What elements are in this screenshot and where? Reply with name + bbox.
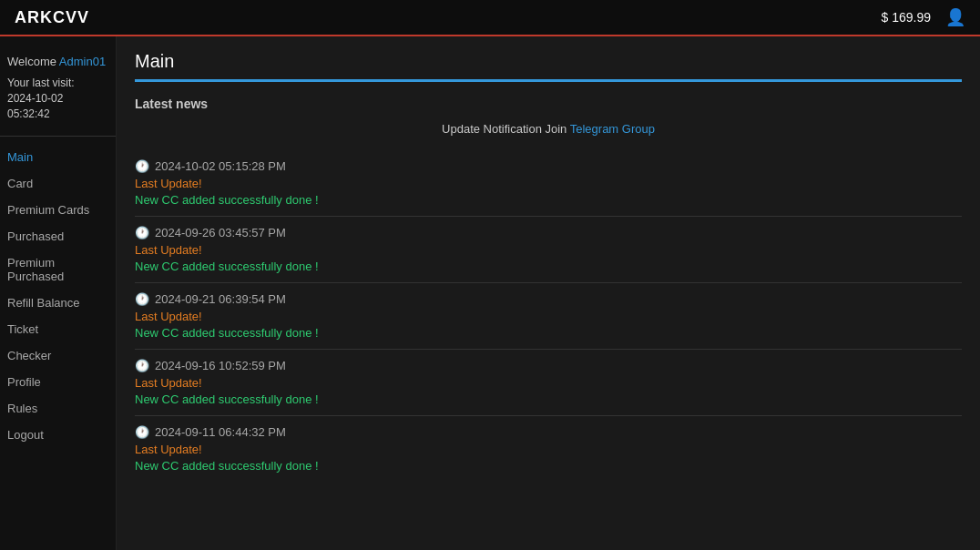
news-item: 🕐2024-09-16 10:52:59 PMLast Update!New C…	[135, 350, 962, 416]
news-update-body: New CC added successfully done !	[135, 392, 962, 406]
sidebar-item-ticket[interactable]: Ticket	[0, 316, 116, 342]
timestamp-text: 2024-09-16 10:52:59 PM	[155, 359, 286, 372]
notification-text: Update Notification Join	[442, 122, 570, 136]
timestamp-text: 2024-10-02 05:15:28 PM	[155, 159, 286, 173]
top-navigation: ARKCVV $ 169.99 👤	[0, 0, 980, 36]
news-item: 🕐2024-09-21 06:39:54 PMLast Update!New C…	[135, 283, 962, 350]
welcome-label: Welcome	[7, 55, 56, 68]
news-update-body: New CC added successfully done !	[135, 326, 962, 340]
clock-icon: 🕐	[135, 159, 149, 173]
latest-news-label: Latest news	[135, 97, 962, 111]
news-timestamp: 🕐2024-09-26 03:45:57 PM	[135, 226, 962, 239]
clock-icon: 🕐	[135, 292, 149, 306]
clock-icon: 🕐	[135, 425, 149, 439]
sidebar-item-checker[interactable]: Checker	[0, 342, 116, 369]
clock-icon: 🕐	[135, 359, 149, 372]
news-item: 🕐2024-10-02 05:15:28 PMLast Update!New C…	[135, 150, 962, 217]
timestamp-text: 2024-09-11 06:44:32 PM	[155, 425, 286, 439]
news-update-body: New CC added successfully done !	[135, 193, 962, 207]
balance-display: $ 169.99	[882, 10, 932, 25]
last-visit-date: 2024-10-02 05:32:42	[7, 91, 108, 122]
sidebar-divider	[0, 136, 116, 137]
site-logo: ARKCVV	[15, 8, 89, 27]
notification-bar: Update Notification Join Telegram Group	[135, 122, 962, 136]
sidebar: Welcome Admin01 Your last visit: 2024-10…	[0, 36, 117, 550]
news-update-label: Last Update!	[135, 310, 962, 323]
news-update-label: Last Update!	[135, 376, 962, 390]
main-content: Main Latest news Update Notification Joi…	[117, 36, 980, 550]
sidebar-item-card[interactable]: Card	[0, 170, 116, 197]
sidebar-nav: MainCardPremium CardsPurchasedPremium Pu…	[0, 144, 116, 448]
sidebar-item-premium-purchased[interactable]: Premium Purchased	[0, 250, 116, 290]
sidebar-username: Admin01	[59, 55, 106, 68]
user-icon[interactable]: 👤	[945, 7, 965, 27]
news-item: 🕐2024-09-11 06:44:32 PMLast Update!New C…	[135, 416, 962, 482]
sidebar-item-profile[interactable]: Profile	[0, 369, 116, 395]
sidebar-item-main[interactable]: Main	[0, 144, 116, 170]
news-timestamp: 🕐2024-09-11 06:44:32 PM	[135, 425, 962, 439]
sidebar-item-logout[interactable]: Logout	[0, 422, 116, 448]
news-timestamp: 🕐2024-09-21 06:39:54 PM	[135, 292, 962, 306]
clock-icon: 🕐	[135, 226, 149, 239]
sidebar-last-visit: Your last visit: 2024-10-02 05:32:42	[0, 72, 116, 132]
topnav-right-section: $ 169.99 👤	[882, 7, 966, 27]
sidebar-welcome: Welcome Admin01	[0, 47, 116, 72]
title-underline	[135, 79, 962, 82]
news-update-label: Last Update!	[135, 443, 962, 456]
news-update-body: New CC added successfully done !	[135, 260, 962, 273]
timestamp-text: 2024-09-26 03:45:57 PM	[155, 226, 286, 239]
page-title: Main	[135, 51, 962, 72]
news-list: 🕐2024-10-02 05:15:28 PMLast Update!New C…	[135, 150, 962, 482]
last-visit-label: Your last visit:	[7, 76, 108, 91]
main-layout: Welcome Admin01 Your last visit: 2024-10…	[0, 36, 980, 550]
sidebar-item-purchased[interactable]: Purchased	[0, 223, 116, 250]
timestamp-text: 2024-09-21 06:39:54 PM	[155, 292, 286, 306]
news-timestamp: 🕐2024-10-02 05:15:28 PM	[135, 159, 962, 173]
sidebar-item-premium-cards[interactable]: Premium Cards	[0, 197, 116, 223]
sidebar-item-refill-balance[interactable]: Refill Balance	[0, 290, 116, 316]
news-update-label: Last Update!	[135, 177, 962, 190]
news-item: 🕐2024-09-26 03:45:57 PMLast Update!New C…	[135, 217, 962, 283]
news-update-label: Last Update!	[135, 243, 962, 257]
sidebar-item-rules[interactable]: Rules	[0, 395, 116, 422]
telegram-link[interactable]: Telegram Group	[570, 122, 655, 136]
news-update-body: New CC added successfully done !	[135, 459, 962, 473]
news-timestamp: 🕐2024-09-16 10:52:59 PM	[135, 359, 962, 372]
